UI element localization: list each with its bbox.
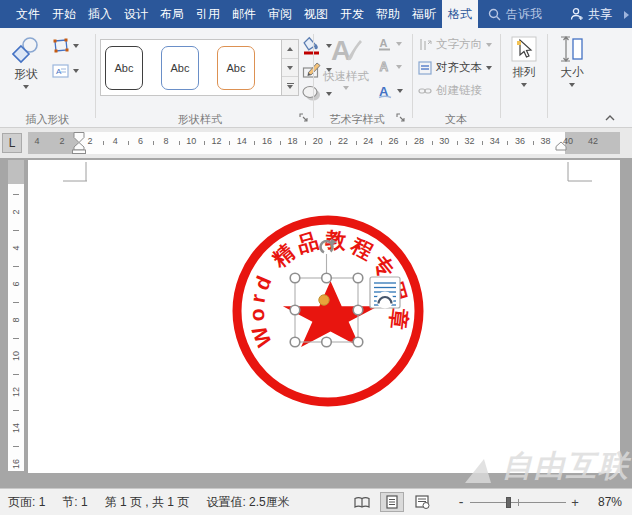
arrange-icon [511,36,537,62]
share-button[interactable]: 共享 [570,0,612,28]
edit-shape-button[interactable] [52,38,79,53]
first-line-indent-marker[interactable] [74,133,84,143]
crop-mark-top-left [63,162,87,181]
tab-references[interactable]: 引用 [190,0,226,28]
text-fill-button[interactable]: A [377,36,402,51]
ribbon-overflow-arrow[interactable] [624,11,629,19]
shape-style-option-1[interactable]: Abc [105,46,143,90]
watermark-logo-icon [465,459,497,483]
selection-handle-n[interactable] [322,273,332,283]
tab-insert[interactable]: 插入 [82,0,118,28]
gallery-more-button[interactable] [282,77,298,95]
text-effects-dropdown-arrow [397,89,403,93]
size-button[interactable]: 大小 [554,36,590,87]
selection-handle-se[interactable] [353,337,363,347]
shape-fill-icon [302,36,322,55]
tell-me-search[interactable]: 告诉我 [488,0,542,28]
vruler-tick [13,230,19,231]
tab-developer[interactable]: 开发 [334,0,370,28]
text-direction-dropdown-arrow [486,43,492,47]
wordart-styles-group-label: 艺术字样式 [316,112,398,126]
text-effects-button[interactable]: A [377,82,403,99]
gallery-scroll-down[interactable] [282,59,298,78]
quick-styles-button[interactable]: A 快速样式 [320,34,372,90]
shapes-icon [12,36,40,64]
status-setting: 设置值: 2.5厘米 [206,494,289,511]
vruler-number: 16 [8,456,24,472]
text-outline-icon: A [377,59,392,74]
shape-outline-icon [302,61,322,79]
print-layout-button[interactable] [380,492,404,512]
tab-view[interactable]: 视图 [298,0,334,28]
tab-home[interactable]: 开始 [46,0,82,28]
align-text-icon [418,61,432,75]
svg-text:A: A [380,37,388,49]
document-area: 246810121416 Word 精品教程专用章 [0,158,632,488]
tab-review[interactable]: 审阅 [262,0,298,28]
tab-mailings[interactable]: 邮件 [226,0,262,28]
selection-handle-sw[interactable] [290,337,300,347]
search-icon [488,8,501,21]
draw-textbox-button[interactable]: A [52,64,79,78]
text-outline-button[interactable]: A [377,59,402,74]
shape-style-option-2[interactable]: Abc [161,46,199,90]
selection-handle-ne[interactable] [353,273,363,283]
text-direction-label: 文字方向 [436,37,482,52]
selection-handle-nw[interactable] [290,273,300,283]
tab-help[interactable]: 帮助 [370,0,406,28]
zoom-in-button[interactable]: + [570,495,580,510]
gallery-scrollbar [282,39,299,96]
arrange-button[interactable]: 排列 [506,36,542,87]
horizontal-ruler[interactable]: 4224681012141618202224262830323436384042 [28,132,620,154]
text-direction-button[interactable]: 文字方向 [418,37,492,52]
shapes-button[interactable]: 形状 [6,36,46,89]
tab-selector-box[interactable]: L [2,133,22,153]
insert-shapes-group-label: 插入形状 [0,112,95,126]
tab-file[interactable]: 文件 [10,0,46,28]
gallery-scroll-up[interactable] [282,40,298,59]
size-icon [560,36,584,62]
tab-foxit[interactable]: 福昕 [406,0,442,28]
shape-style-option-3[interactable]: Abc [217,46,255,90]
right-indent-marker[interactable] [556,142,566,150]
zoom-out-button[interactable]: - [456,494,466,510]
zoom-slider[interactable] [470,496,566,509]
group-divider [313,34,314,118]
size-label: 大小 [561,65,584,80]
edit-shape-icon [52,38,69,53]
tab-layout[interactable]: 布局 [154,0,190,28]
word-window: 文件开始插入设计布局引用邮件审阅视图开发帮助福昕格式 告诉我 共享 [0,0,632,515]
tab-design[interactable]: 设计 [118,0,154,28]
shape-styles-group-label: 形状样式 [110,112,290,126]
link-icon [418,86,432,96]
collapse-ribbon-chevron[interactable] [604,114,616,122]
canvas-overlay: Word 精品教程专用章 [28,160,620,473]
selection-handle-e[interactable] [353,305,363,315]
layout-options-button[interactable] [370,277,400,309]
quick-styles-dropdown-arrow [343,86,349,90]
align-text-button[interactable]: 对齐文本 [418,60,492,75]
tab-format[interactable]: 格式 [442,0,478,28]
adjustment-handle[interactable] [319,295,329,305]
status-section[interactable]: 节: 1 [62,494,87,511]
web-layout-button[interactable] [410,492,434,512]
vertical-ruler[interactable]: 246810121416 [8,160,24,471]
zoom-slider-thumb[interactable] [506,497,511,508]
zoom-level[interactable]: 87% [588,495,622,509]
vruler-number: 6 [8,276,24,292]
status-page-info[interactable]: 第 1 页 , 共 1 页 [105,494,190,511]
hanging-indent-marker[interactable] [74,143,84,151]
wordart-dialog-launcher[interactable] [396,113,406,123]
read-mode-icon [354,496,370,509]
vruler-number: 10 [8,348,24,364]
selection-handle-s[interactable] [322,337,332,347]
selection-handle-w[interactable] [290,305,300,315]
shape-styles-dialog-launcher[interactable] [299,113,309,123]
read-mode-button[interactable] [350,492,374,512]
vruler-tick [13,446,19,447]
left-indent-marker[interactable] [73,150,86,154]
status-page[interactable]: 页面: 1 [8,494,45,511]
vruler-number: 4 [8,240,24,256]
create-link-button[interactable]: 创建链接 [418,83,482,98]
status-bar: 页面: 1 节: 1 第 1 页 , 共 1 页 设置值: 2.5厘米 [0,488,632,515]
